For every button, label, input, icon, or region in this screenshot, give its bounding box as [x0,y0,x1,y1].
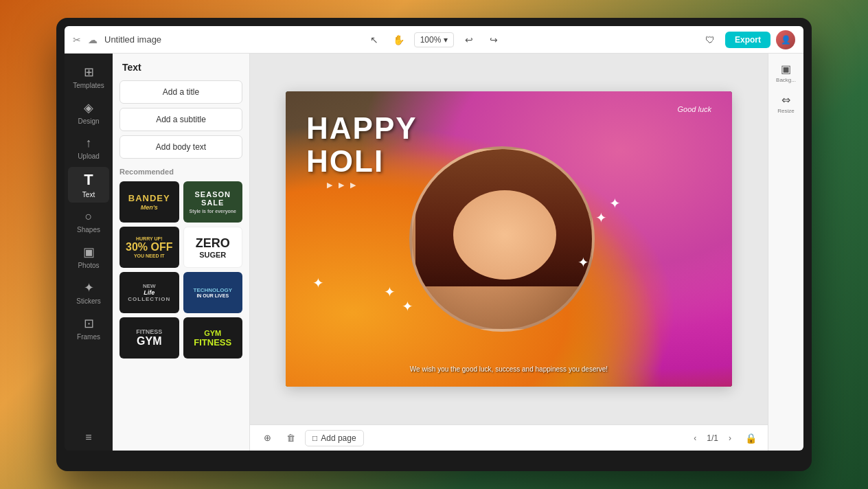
shapes-icon: ○ [85,209,93,224]
template-fitness-label: FITNESS [136,328,162,335]
design-icon: ◈ [84,100,93,115]
sidebar-bottom-item[interactable]: ≡ [85,431,91,444]
resize-label: Resize [777,108,794,115]
security-icon-btn[interactable]: 🛡 [700,30,720,49]
add-subtitle-button[interactable]: Add a subtitle [119,108,242,131]
template-gym-fitness[interactable]: GYM FITNESS [183,317,243,359]
delete-page-btn[interactable]: 🗑 [282,429,299,447]
header-right: 🛡 Export 👤 [503,30,795,49]
sidebar-item-templates[interactable]: ⊞ Templates [68,60,109,93]
frames-icon: ⊡ [84,316,94,331]
right-mini-toolbar: ▣ Backg... ⇔ Resize [768,54,803,451]
sidebar-item-text[interactable]: T Text [68,167,109,203]
canvas-bottom-bar: ⊕ 🗑 □ Add page ‹ 1/1 › 🔒 [250,424,768,451]
export-button[interactable]: Export [725,32,770,48]
background-label: Backg... [776,77,796,84]
lock-icon[interactable]: 🔒 [742,429,760,447]
select-tool-btn[interactable]: ↖ [365,30,384,49]
document-title[interactable]: Untitled image [104,34,161,45]
sidebar-label-text: Text [82,191,95,198]
undo-btn[interactable]: ↩ [459,30,479,49]
sidebar-item-design[interactable]: ◈ Design [68,96,109,129]
add-title-button[interactable]: Add a title [119,80,242,104]
header-toolbar: ↖ ✋ 100% ▾ ↩ ↪ [365,30,504,49]
template-bandey[interactable]: BANDEY Men's [119,181,179,223]
text-panel: Text Add a title Add a subtitle Add body… [113,54,250,451]
template-season-text: SEASON SALE Style is for everyone [183,190,243,214]
sidebar-label-upload: Upload [78,152,100,160]
recommended-section: Recommended BANDEY Men's SEASON SALE Sty… [113,161,249,363]
template-season-sale[interactable]: SEASON SALE Style is for everyone [183,181,243,223]
background-tool[interactable]: ▣ Backg... [772,59,801,87]
template-fitness-gym[interactable]: FITNESS GYM [119,317,179,359]
page-nav: ‹ 1/1 › 🔒 [687,429,760,447]
resize-icon: ⇔ [781,93,790,106]
panel-title: Text [113,54,249,78]
top-header: ✂ ☁ Untitled image ↖ ✋ 100% ▾ ↩ ↪ 🛡 Expo… [65,26,803,54]
sidebar-label-shapes: Shapes [77,226,100,234]
cloud-save-icon: ☁ [88,34,98,45]
main-title[interactable]: HAPPY HOLI [306,112,418,179]
menu-icon: ≡ [85,431,91,443]
template-grid: BANDEY Men's SEASON SALE Style is for ev… [119,181,242,359]
template-gym-line2: FITNESS [194,337,231,348]
hand-tool-btn[interactable]: ✋ [389,30,409,49]
icon-sidebar: ⊞ Templates ◈ Design ↑ Upload T Text ○ [65,54,113,451]
template-zero-sugar[interactable]: ZERO SUGER [183,227,243,268]
add-body-button[interactable]: Add body text [119,135,242,159]
canvas-container[interactable]: HAPPY HOLI Good luck ▶ ▶ ▶ ✦ ✦ ✦ ✦ ✦ [250,54,768,424]
sidebar-item-frames[interactable]: ⊡ Frames [68,312,109,345]
canvas-area: HAPPY HOLI Good luck ▶ ▶ ▶ ✦ ✦ ✦ ✦ ✦ [250,54,768,451]
template-zero-text: ZERO SUGER [196,236,230,259]
template-tech-text: TECHNOLOGY IN OUR LIVES [194,287,232,298]
sidebar-item-upload[interactable]: ↑ Upload [68,132,109,164]
play-controls: ▶ ▶ ▶ [327,181,358,190]
resize-tool[interactable]: ⇔ Resize [772,90,801,118]
title-line2: HOLI [306,145,418,178]
add-page-label: Add page [321,433,356,443]
design-canvas[interactable]: HAPPY HOLI Good luck ▶ ▶ ▶ ✦ ✦ ✦ ✦ ✦ [286,91,732,387]
add-page-icon: □ [312,433,317,443]
bottom-caption[interactable]: We wish you the good luck, success and h… [286,365,732,373]
photos-icon: ▣ [83,244,95,260]
page-indicator: 1/1 [707,433,718,443]
template-bandey-line1: BANDEY [128,193,170,203]
person-portrait [409,146,595,332]
stickers-icon: ✦ [84,280,94,295]
main-content: ⊞ Templates ◈ Design ↑ Upload T Text ○ [65,54,803,451]
next-page-btn[interactable]: › [722,431,738,446]
sidebar-label-stickers: Stickers [76,297,101,305]
template-gym-label: GYM [137,335,161,348]
redo-btn[interactable]: ↪ [484,30,503,49]
sidebar-label-photos: Photos [78,262,99,269]
prev-page-btn[interactable]: ‹ [687,431,703,446]
zoom-chevron-icon: ▾ [444,35,448,45]
template-30off-text: HURRY UP! 30% OFF YOU NEED IT [126,236,172,258]
zoom-value: 100% [420,35,442,45]
sidebar-item-shapes[interactable]: ○ Shapes [68,205,109,238]
template-newlife[interactable]: NEW Life COLLECTION [119,272,179,313]
sidebar-item-photos[interactable]: ▣ Photos [68,240,109,273]
sidebar-item-stickers[interactable]: ✦ Stickers [68,276,109,309]
sidebar-label-templates: Templates [73,82,104,89]
template-30off[interactable]: HURRY UP! 30% OFF YOU NEED IT [119,227,179,268]
template-gym-line1: GYM [204,329,221,337]
duplicate-page-btn[interactable]: ⊕ [258,429,276,447]
add-page-btn[interactable]: □ Add page [305,430,364,446]
sidebar-label-design: Design [78,117,99,125]
zoom-selector[interactable]: 100% ▾ [414,32,455,47]
app-logo: ✂ [73,34,81,45]
person-face [453,190,556,280]
recommended-label: Recommended [119,168,242,176]
text-icon: T [84,171,93,189]
template-technology[interactable]: TECHNOLOGY IN OUR LIVES [183,272,243,313]
templates-icon: ⊞ [84,65,94,80]
header-left: ✂ ☁ Untitled image [73,34,365,45]
background-icon: ▣ [781,62,791,76]
user-avatar[interactable]: 👤 [776,30,795,49]
good-luck-text[interactable]: Good luck [677,105,711,113]
laptop-screen: ✂ ☁ Untitled image ↖ ✋ 100% ▾ ↩ ↪ 🛡 Expo… [65,26,803,451]
template-newlife-text: NEW Life COLLECTION [128,283,170,302]
sidebar-label-frames: Frames [77,333,100,341]
upload-icon: ↑ [86,136,92,150]
